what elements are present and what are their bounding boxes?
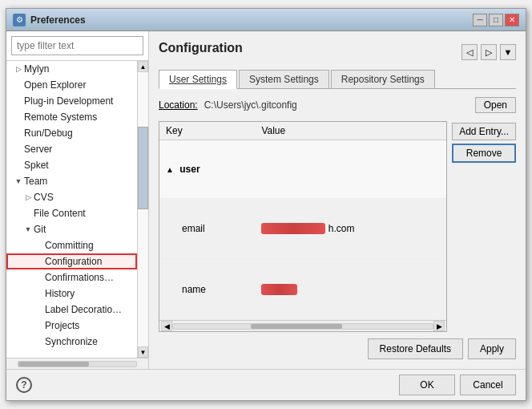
value-cell: h.com <box>255 198 446 259</box>
main-action-row: Restore Defaults Apply <box>159 332 516 359</box>
sidebar-item-label: Confirmations… <box>45 272 114 283</box>
hscroll-left-button[interactable]: ◀ <box>161 321 172 331</box>
config-table-container: Key Value ▲ user <box>159 121 447 332</box>
leaf-icon <box>34 336 45 347</box>
table-action-buttons: Add Entry... Remove <box>452 121 516 332</box>
nav-forward-button[interactable]: ▷ <box>481 44 497 60</box>
sidebar-item-configuration[interactable]: Configuration <box>6 253 137 269</box>
table-row[interactable]: name <box>159 259 446 320</box>
sidebar-item-label: Team <box>24 176 47 187</box>
sidebar-hscrollbar <box>6 358 148 369</box>
sidebar-item-label: Spket <box>24 160 49 171</box>
sidebar-item-remote-systems[interactable]: Remote Systems <box>6 109 137 125</box>
section-label: ▲ user <box>159 140 446 199</box>
nav-dropdown-button[interactable]: ▼ <box>500 44 516 60</box>
leaf-icon <box>22 208 34 219</box>
sidebar-item-run-debug[interactable]: Run/Debug <box>6 125 137 141</box>
sidebar-item-history[interactable]: History <box>6 285 137 302</box>
footer-buttons: OK Cancel <box>399 375 516 395</box>
scroll-thumb[interactable] <box>138 127 148 209</box>
sidebar-item-label: Label Decoratio… <box>45 304 122 315</box>
leaf-icon <box>34 288 45 299</box>
sidebar-item-committing[interactable]: Committing <box>6 237 137 253</box>
config-table: Key Value ▲ user <box>159 122 446 320</box>
hscroll-track <box>172 323 433 330</box>
dialog-footer: ? OK Cancel <box>6 369 526 400</box>
leaf-icon <box>13 111 24 123</box>
window-controls: ─ □ ✕ <box>473 14 519 26</box>
ok-button[interactable]: OK <box>399 375 455 395</box>
dialog-body: ▷ Mylyn Open Explorer Plug-in Developmen… <box>6 31 526 369</box>
apply-button[interactable]: Apply <box>468 338 516 359</box>
window-title: Preferences <box>30 14 473 26</box>
table-section-row: ▲ user <box>159 140 446 199</box>
location-label: Location: <box>159 99 198 111</box>
tab-user-settings[interactable]: User Settings <box>159 70 237 89</box>
sidebar-item-label: Git <box>34 224 46 235</box>
sidebar-item-label: Run/Debug <box>24 128 73 139</box>
search-box <box>6 31 148 61</box>
search-input[interactable] <box>11 36 143 55</box>
sidebar-item-file-content[interactable]: File Content <box>6 205 137 221</box>
location-value: C:\Users\jyc\.gitconfig <box>204 99 469 111</box>
sidebar-item-team[interactable]: ▼ Team <box>6 173 137 189</box>
leaf-icon <box>13 160 24 171</box>
scroll-down-button[interactable]: ▼ <box>138 346 148 358</box>
leaf-icon <box>13 95 24 107</box>
hscroll-right-button[interactable]: ▶ <box>433 321 445 331</box>
tab-bar: User Settings System Settings Repository… <box>159 70 516 89</box>
leaf-icon <box>13 79 24 91</box>
sidebar-item-mylyn[interactable]: ▷ Mylyn <box>6 61 137 77</box>
nav-arrows: ◁ ▷ ▼ <box>461 44 516 60</box>
leaf-icon <box>34 240 45 251</box>
sidebar-item-open-explorer[interactable]: Open Explorer <box>6 77 137 93</box>
expand-icon: ▼ <box>22 224 34 235</box>
hscroll-thumb[interactable] <box>251 324 341 329</box>
expand-icon: ▷ <box>13 63 24 75</box>
location-row: Location: C:\Users\jyc\.gitconfig Open <box>159 97 516 113</box>
add-entry-button[interactable]: Add Entry... <box>452 123 516 140</box>
close-button[interactable]: ✕ <box>505 14 519 26</box>
sidebar-item-label: Server <box>24 144 52 155</box>
col-value: Value <box>255 122 446 140</box>
minimize-button[interactable]: ─ <box>473 14 487 26</box>
sidebar-item-spket[interactable]: Spket <box>6 157 137 173</box>
sidebar-item-label: File Content <box>34 208 86 219</box>
title-bar: ⚙ Preferences ─ □ ✕ <box>6 9 526 31</box>
maximize-button[interactable]: □ <box>489 14 503 26</box>
open-button[interactable]: Open <box>475 97 516 113</box>
sidebar-item-label-decorations[interactable]: Label Decoratio… <box>6 302 137 318</box>
app-icon: ⚙ <box>13 14 26 26</box>
table-row[interactable]: email h.com <box>159 198 446 259</box>
key-cell: name <box>159 259 255 320</box>
sidebar-item-label: Remote Systems <box>24 111 97 123</box>
sidebar-item-label: History <box>45 288 75 299</box>
sidebar-item-label: Projects <box>45 320 79 331</box>
blurred-email <box>261 223 325 234</box>
restore-defaults-button[interactable]: Restore Defaults <box>368 338 463 359</box>
tree-container: ▷ Mylyn Open Explorer Plug-in Developmen… <box>6 61 137 358</box>
sidebar-item-label: Committing <box>45 240 94 251</box>
table-hscrollbar: ◀ ▶ <box>159 320 446 331</box>
sidebar-item-synchronize[interactable]: Synchronize <box>6 334 137 350</box>
leaf-icon <box>34 256 45 267</box>
cancel-button[interactable]: Cancel <box>460 375 516 395</box>
nav-back-button[interactable]: ◁ <box>461 44 478 60</box>
expand-icon: ▷ <box>22 192 34 203</box>
tab-system-settings[interactable]: System Settings <box>239 70 329 88</box>
tab-repository-settings[interactable]: Repository Settings <box>331 70 435 88</box>
sidebar-item-cvs[interactable]: ▷ CVS <box>6 189 137 205</box>
triangle-icon: ▲ <box>166 165 174 174</box>
help-button[interactable]: ? <box>16 377 32 393</box>
scroll-up-button[interactable]: ▲ <box>138 61 148 72</box>
remove-button[interactable]: Remove <box>452 144 516 163</box>
sidebar: ▷ Mylyn Open Explorer Plug-in Developmen… <box>6 31 149 369</box>
sidebar-item-server[interactable]: Server <box>6 141 137 157</box>
sidebar-item-confirmations[interactable]: Confirmations… <box>6 269 137 285</box>
sidebar-item-label: CVS <box>34 192 54 203</box>
panel-title: Configuration <box>159 41 243 55</box>
key-cell: email <box>159 198 255 259</box>
sidebar-item-plugin-dev[interactable]: Plug-in Development <box>6 93 137 109</box>
sidebar-item-git[interactable]: ▼ Git <box>6 221 137 237</box>
sidebar-item-projects[interactable]: Projects <box>6 318 137 334</box>
